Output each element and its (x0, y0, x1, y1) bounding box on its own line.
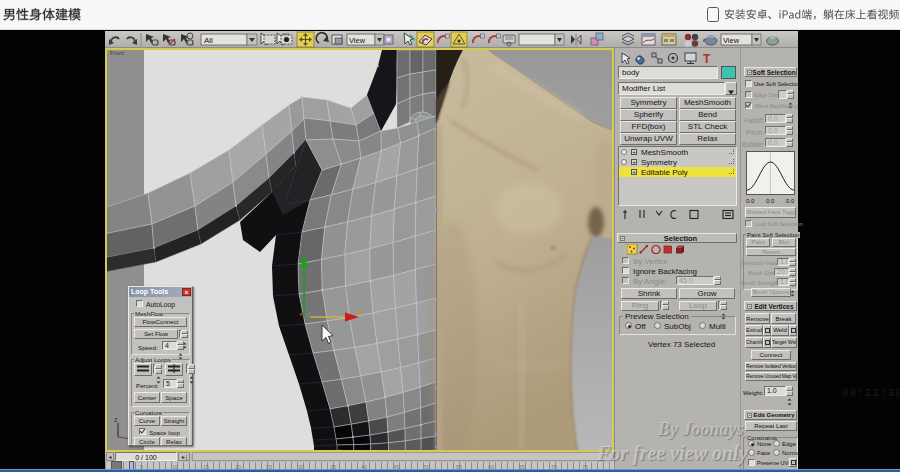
svg-text:All: All (204, 36, 213, 45)
svg-text:View: View (349, 36, 366, 45)
svg-text:View: View (723, 36, 740, 45)
svg-text:T: T (703, 52, 711, 66)
